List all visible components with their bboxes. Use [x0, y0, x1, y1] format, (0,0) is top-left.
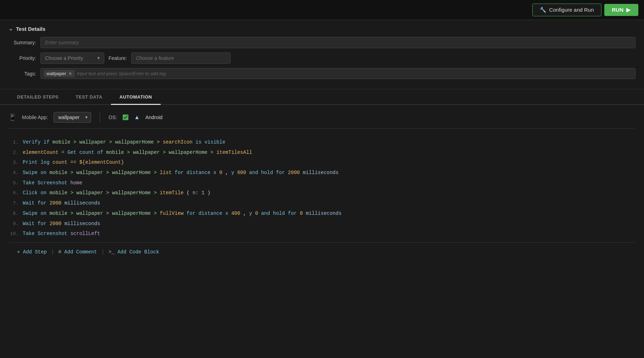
- add-comment-button[interactable]: # Add Comment: [58, 249, 97, 255]
- add-code-block-button[interactable]: >_ Add Code Block: [109, 249, 159, 255]
- chevron-down-icon: ⌄: [9, 26, 13, 32]
- configure-and-run-button[interactable]: 🔧 Configure and Run: [532, 4, 601, 16]
- step-4: 4. Swipe on mobile > wallpaper > wallpap…: [9, 168, 635, 178]
- os-name: Android: [145, 114, 162, 120]
- step-num-10: 10.: [9, 230, 23, 239]
- wrench-icon: 🔧: [540, 7, 546, 13]
- summary-label: Summary:: [9, 40, 40, 45]
- step-1: 1. Verify if mobile > wallpaper > wallpa…: [9, 137, 635, 147]
- mobile-app-label: Mobile App:: [22, 114, 48, 120]
- feature-label: Feature:: [104, 55, 131, 61]
- step-content-1: Verify if mobile > wallpaper > wallpaper…: [23, 138, 635, 147]
- tags-label: Tags:: [9, 71, 40, 77]
- add-step-button[interactable]: + Add Step: [17, 249, 47, 255]
- app-select-button[interactable]: wallpaper ▼: [54, 112, 91, 123]
- step-num-9: 9.: [9, 220, 23, 229]
- steps-container: 1. Verify if mobile > wallpaper > wallpa…: [9, 137, 635, 239]
- tab-detailed-steps[interactable]: DETAILED STEPS: [9, 89, 67, 105]
- tabs-bar: DETAILED STEPS TEST DATA AUTOMATION: [0, 89, 644, 105]
- step-content-10: Take Screenshot scrollLeft: [23, 229, 635, 239]
- run-label: RUN: [612, 7, 624, 13]
- priority-select[interactable]: Choose a Priority High Medium Low: [40, 52, 104, 64]
- step-8: 8. Swipe on mobile > wallpaper > wallpap…: [9, 208, 635, 219]
- app-select-value: wallpaper: [58, 114, 79, 120]
- phone-icon: 📱: [9, 113, 16, 121]
- feature-input[interactable]: [131, 52, 231, 64]
- android-os-checkbox[interactable]: [123, 114, 128, 120]
- tab-automation[interactable]: AUTOMATION: [111, 89, 161, 105]
- app-select-chevron-icon: ▼: [84, 115, 88, 119]
- step-2: 2. elementCount = Get count of mobile > …: [9, 147, 635, 158]
- automation-panel: 📱 Mobile App: wallpaper ▼ OS: ▲ Android …: [0, 105, 644, 268]
- priority-feature-row: Priority: Choose a Priority High Medium …: [9, 52, 635, 64]
- tag-chip-wallpaper: wallpaper ✕: [44, 70, 75, 77]
- step-3: 3. Print log count == ${elementCount}: [9, 157, 635, 168]
- tags-row: Tags: wallpaper ✕ Input text and press S…: [9, 68, 635, 79]
- tags-input-area[interactable]: wallpaper ✕ Input text and press Space/E…: [40, 68, 635, 79]
- step-num-8: 8.: [9, 209, 23, 218]
- run-icon: ▶: [626, 7, 631, 13]
- step-content-3: Print log count == ${elementCount}: [23, 158, 635, 167]
- step-num-3: 3.: [9, 158, 23, 167]
- step-content-6: Click on mobile > wallpaper > wallpaperH…: [23, 188, 635, 198]
- summary-row: Summary:: [9, 37, 635, 48]
- vertical-divider: [100, 112, 100, 123]
- step-9: 9. Wait for 2000 milliseconds: [9, 219, 635, 229]
- step-num-5: 5.: [9, 179, 23, 188]
- test-details-header: ⌄ Test Details: [9, 26, 635, 32]
- run-button[interactable]: RUN ▶: [604, 4, 639, 16]
- tag-chip-label: wallpaper: [46, 71, 66, 76]
- step-content-9: Wait for 2000 milliseconds: [23, 219, 635, 229]
- priority-label: Priority:: [9, 55, 40, 61]
- step-content-8: Swipe on mobile > wallpaper > wallpaperH…: [23, 209, 635, 218]
- priority-select-wrapper: Choose a Priority High Medium Low ▼: [40, 52, 104, 64]
- footer-actions: + Add Step | # Add Comment | >_ Add Code…: [17, 249, 627, 255]
- footer-separator-2: |: [97, 249, 109, 255]
- step-content-2: elementCount = Get count of mobile > wal…: [23, 148, 635, 157]
- test-details-section: ⌄ Test Details Summary: Priority: Choose…: [0, 20, 644, 89]
- summary-input[interactable]: [40, 37, 635, 48]
- step-10: 10. Take Screenshot scrollLeft: [9, 229, 635, 239]
- step-content-5: Take Screenshot home: [23, 178, 635, 188]
- app-select-wrapper: wallpaper ▼: [54, 112, 91, 123]
- step-7: 7. Wait for 2000 milliseconds: [9, 198, 635, 208]
- tag-remove-icon[interactable]: ✕: [68, 71, 72, 76]
- android-icon: ▲: [134, 114, 140, 121]
- step-content-7: Wait for 2000 milliseconds: [23, 198, 635, 208]
- step-num-4: 4.: [9, 169, 23, 178]
- step-num-2: 2.: [9, 149, 23, 157]
- configure-label: Configure and Run: [549, 7, 594, 13]
- app-os-bar: 📱 Mobile App: wallpaper ▼ OS: ▲ Android: [9, 112, 635, 129]
- step-num-6: 6.: [9, 189, 23, 198]
- section-title: Test Details: [16, 26, 45, 32]
- top-bar: 🔧 Configure and Run RUN ▶: [0, 0, 644, 20]
- os-label: OS:: [109, 114, 117, 120]
- step-6: 6. Click on mobile > wallpaper > wallpap…: [9, 188, 635, 198]
- step-content-4: Swipe on mobile > wallpaper > wallpaperH…: [23, 168, 635, 178]
- tab-test-data[interactable]: TEST DATA: [67, 89, 111, 105]
- step-5: 5. Take Screenshot home: [9, 178, 635, 188]
- footer-separator-1: |: [47, 249, 58, 255]
- step-num-7: 7.: [9, 199, 23, 208]
- step-num-1: 1.: [9, 138, 23, 147]
- footer-bar: + Add Step | # Add Comment | >_ Add Code…: [9, 242, 635, 261]
- tags-placeholder: Input text and press Space/Enter to add …: [77, 71, 166, 76]
